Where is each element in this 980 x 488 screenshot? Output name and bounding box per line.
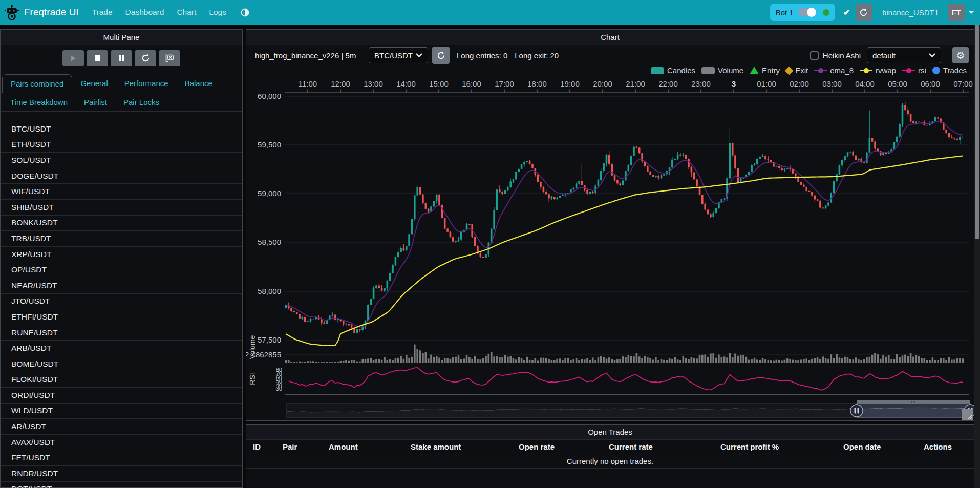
tab-pair-locks[interactable]: Pair Locks [115,93,167,111]
svg-text:21:00: 21:00 [626,79,645,88]
column-actions: Actions [917,440,973,454]
tab-pairlist[interactable]: Pairlist [76,93,115,111]
resize-grip[interactable] [962,409,973,420]
pair-row[interactable]: RUNE/USDT [1,325,242,341]
refresh-bots-button[interactable] [856,4,872,21]
svg-text:60,000: 60,000 [258,92,281,100]
exchange-account-label: binance_USDT1 [882,8,939,17]
candle-series [285,102,964,335]
pair-row[interactable]: NEAR/USDT [1,278,242,294]
svg-text:3: 3 [732,79,736,88]
tab-general[interactable]: General [72,74,116,93]
pair-row[interactable]: ETHFI/USDT [1,309,242,325]
svg-text:14:00: 14:00 [396,79,416,88]
tab-performance[interactable]: Performance [116,74,177,93]
nav-link-trade[interactable]: Trade [92,8,113,17]
svg-text:06:00: 06:00 [921,79,940,88]
theme-toggle-icon[interactable] [240,8,250,17]
pair-row[interactable]: WIF/USDT [1,184,242,200]
stop-button[interactable] [87,50,108,66]
navbar: Freqtrade UI TradeDashboardChartLogs Bot… [0,0,980,25]
zoom-handle[interactable] [850,405,863,417]
rsi-line [289,368,963,390]
pair-row[interactable]: BONK/USDT [1,216,242,231]
svg-text:04:00: 04:00 [855,79,875,88]
chevron-down-icon[interactable] [969,11,974,14]
nav-link-dashboard[interactable]: Dashboard [125,8,164,17]
play-button[interactable] [62,50,84,66]
pause-button[interactable] [111,50,132,66]
pair-row[interactable]: FLOKI/USDT [1,372,242,388]
ema8-line [286,121,963,327]
clear-chart-button[interactable] [159,50,180,66]
pair-row[interactable]: RNDR/USDT [1,466,242,482]
no-open-trades-message: Currently no open trades. [246,454,974,469]
pair-row[interactable]: ETH/USDT [1,137,242,153]
svg-text:23:00: 23:00 [691,79,711,88]
pair-row[interactable]: FET/USDT [1,450,242,466]
svg-text:20:00: 20:00 [593,79,612,88]
volume-series [285,345,964,363]
svg-text:19:00: 19:00 [560,79,580,88]
tab-pairs-combined[interactable]: Pairs combined [2,74,72,93]
multi-pane-panel: Multi Pane [0,29,243,488]
column-current-rate: Current rate [602,440,714,454]
column-current-profit-%: Current profit % [714,440,837,454]
svg-text:30: 30 [276,386,282,392]
pair-row[interactable]: DOGE/USDT [1,168,242,184]
tab-time-breakdown[interactable]: Time Breakdown [2,93,76,111]
column-amount: Amount [322,440,404,454]
bot-online-dot [823,9,829,16]
reload-button[interactable] [135,50,156,66]
bot-name: Bot 1 [776,8,794,17]
svg-text:11:00: 11:00 [299,79,317,88]
open-trades-title[interactable]: Open Trades [246,425,974,440]
svg-text:59,000: 59,000 [258,189,281,198]
pair-row[interactable]: DOT/USDT [1,482,242,488]
svg-text:12:00: 12:00 [331,79,350,88]
pane-tabs: Pairs combinedGeneralPerformanceBalanceT… [1,74,242,112]
app-title[interactable]: Freqtrade UI [24,7,79,18]
pair-row[interactable]: AVAX/USDT [1,435,242,451]
pair-row[interactable]: SOL/USDT [1,153,242,168]
pair-row[interactable]: AR/USDT [1,419,242,435]
nav-link-chart[interactable]: Chart [177,8,196,17]
multi-pane-title[interactable]: Multi Pane [1,30,242,45]
pair-row[interactable]: OP/USDT [1,262,242,278]
svg-text:RSI: RSI [248,373,257,385]
scrollbar-thumb[interactable] [975,25,979,239]
check-icon: ✔ [843,7,850,18]
pair-row[interactable]: BOME/USDT [1,356,242,372]
pair-row[interactable]: JTO/USDT [1,294,242,310]
svg-text:16:00: 16:00 [462,79,481,88]
datazoom-selection[interactable] [857,404,970,418]
pair-row[interactable]: ARB/USDT [1,341,242,356]
svg-text:18:00: 18:00 [527,79,547,88]
svg-text:58,500: 58,500 [258,238,281,246]
pair-row[interactable]: XRP/USDT [1,247,242,263]
pair-row[interactable]: WLD/USDT [1,404,242,419]
bot-controls [1,50,242,66]
svg-text:07:00: 07:00 [953,79,973,88]
svg-text:15:00: 15:00 [429,79,449,88]
tab-balance[interactable]: Balance [177,74,221,93]
trades-table-header: IDPairAmountStake amountOpen rateCurrent… [246,440,974,454]
svg-text:05:00: 05:00 [888,79,907,88]
svg-text:Volume: Volume [248,335,257,359]
column-stake-amount: Stake amount [404,440,512,454]
avatar[interactable]: FT [948,4,965,21]
bot-toggle[interactable] [798,8,816,16]
robot-logo-icon [5,4,19,20]
bot-selector[interactable]: Bot 1 [770,4,835,21]
svg-text:01:00: 01:00 [757,79,776,88]
pair-list: BTC/USDTETH/USDTSOL/USDTDOGE/USDTWIF/USD… [1,121,242,488]
rvwap-line [286,156,963,346]
svg-text:57,500: 57,500 [258,335,281,344]
svg-text:59,500: 59,500 [258,140,281,149]
pair-row[interactable]: SHIB/USDT [1,200,242,216]
pair-row[interactable]: ORDI/USDT [1,388,242,404]
nav-link-logs[interactable]: Logs [209,8,226,17]
page-scrollbar [974,25,980,488]
pair-row[interactable]: TRB/USDT [1,231,242,247]
pair-row[interactable]: BTC/USDT [1,121,242,137]
